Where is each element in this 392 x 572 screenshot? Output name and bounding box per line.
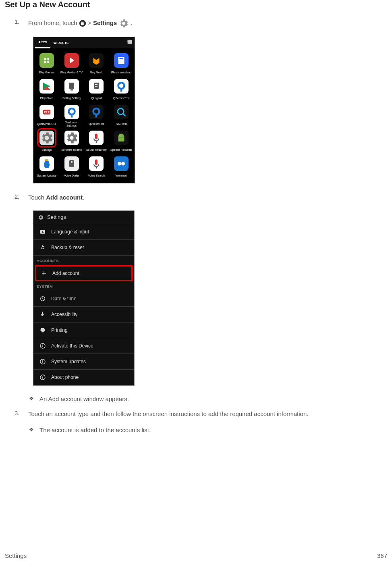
note-1: ❖ An Add account window appears. (29, 395, 387, 402)
app-play-music[interactable]: Play Music (85, 51, 109, 76)
app-label: Qualcomm DLT (37, 121, 57, 127)
app-label: Play Store (40, 95, 53, 102)
app-icon (114, 131, 129, 145)
plus-icon (40, 270, 48, 277)
app-grid: Play GamesPlay Movies & TVPlay MusicPlay… (33, 48, 135, 183)
app-play-movies-tv[interactable]: Play Movies & TV (60, 51, 84, 76)
app-qvtester-04[interactable]: QVTester 04 (85, 102, 109, 127)
app-icon (64, 53, 79, 68)
step-1-prefix: From home, touch (28, 19, 79, 26)
tab-apps[interactable]: APPS (35, 37, 50, 48)
diamond-bullet-icon: ❖ (29, 426, 39, 433)
tab-widgets[interactable]: WIDGETS (50, 37, 72, 48)
svg-point-3 (83, 22, 84, 23)
app-qlogcat[interactable]: QLogcat (85, 77, 109, 102)
svg-rect-36 (95, 134, 97, 139)
app-label: Voice Search (88, 173, 105, 179)
info-icon (39, 342, 46, 349)
screenshot-1: APPS WIDGETS Play GamesPlay Movies & TVP… (33, 37, 387, 183)
app-icon (39, 79, 54, 94)
app-label: Polling Setting (62, 95, 81, 102)
info-icon (39, 374, 46, 381)
app-play-newsstand[interactable]: Play Newsstand (109, 51, 133, 76)
row-language-input[interactable]: ALanguage & input (33, 224, 134, 240)
app-qsensortest[interactable]: QSensorTest (109, 77, 133, 102)
row-about-phone[interactable]: About phone (33, 370, 134, 385)
printer-icon (39, 327, 46, 334)
info-icon (39, 358, 46, 365)
app-speech-recorder[interactable]: Speech Recorder (109, 128, 133, 153)
app-icon (89, 79, 104, 94)
step-3: 3. Touch an account type and then follow… (15, 410, 387, 419)
app-saetest[interactable]: SAETest (109, 102, 133, 127)
app-icon (89, 156, 104, 171)
svg-rect-44 (95, 160, 97, 165)
row-label: Activate this Device (51, 343, 93, 349)
row-label: System updates (51, 359, 86, 364)
svg-point-47 (121, 162, 125, 166)
app-label: Play Games (39, 69, 54, 76)
step-3-text: Touch an account type and then follow th… (28, 410, 308, 419)
row-label: Printing (51, 327, 68, 333)
app-icon (64, 105, 79, 119)
hand-icon (39, 311, 46, 318)
row-date-time[interactable]: Date & time (33, 291, 134, 307)
svg-point-4 (81, 23, 82, 24)
settings-header-label: Settings (47, 214, 66, 220)
app-voicemail[interactable]: Voicemail (109, 154, 133, 179)
app-voice-dialer[interactable]: Voice Dialer (60, 154, 84, 179)
footer-right: 367 (377, 552, 387, 559)
app-icon (89, 131, 104, 145)
step-1: 1. From home, touch > Settings . (15, 18, 387, 29)
svg-point-8 (82, 24, 83, 25)
svg-rect-14 (118, 57, 124, 64)
app-play-games[interactable]: Play Games (35, 51, 59, 76)
app-icon: DLT (39, 105, 54, 119)
row-backup-reset[interactable]: Backup & reset (33, 240, 134, 256)
svg-rect-31 (114, 105, 129, 119)
app-label: Qualcomm Settings (60, 121, 84, 127)
app-voice-search[interactable]: Voice Search (85, 154, 109, 179)
svg-rect-18 (69, 83, 74, 89)
page-title: Set Up a New Account (5, 0, 387, 9)
shop-icon[interactable] (127, 39, 133, 47)
apps-icon (79, 20, 86, 27)
svg-text:DLT: DLT (44, 110, 50, 114)
step-1-mid: > (88, 19, 93, 26)
row-label: Accessibility (51, 312, 77, 317)
app-software-update[interactable]: Software update (60, 128, 84, 153)
note-text: An Add account window appears. (39, 395, 129, 402)
app-polling-setting[interactable]: Polling Setting (60, 77, 84, 102)
row-system-updates[interactable]: System updates (33, 354, 134, 370)
app-sound-recorder[interactable]: Sound Recorder (85, 128, 109, 153)
row-accessibility[interactable]: Accessibility (33, 307, 134, 322)
row-label: Backup & reset (51, 245, 84, 250)
row-activate-device[interactable]: Activate this Device (33, 338, 134, 354)
app-label: Play Movies & TV (60, 69, 83, 76)
app-icon (64, 156, 79, 171)
gear-icon (118, 18, 129, 29)
app-qualcomm-settings[interactable]: Qualcomm Settings (60, 102, 84, 127)
svg-rect-21 (94, 83, 99, 89)
svg-point-7 (81, 24, 82, 25)
app-system-update[interactable]: System Update (35, 154, 59, 179)
app-settings[interactable]: Settings (35, 128, 59, 153)
app-qualcomm-dlt[interactable]: DLTQualcomm DLT (35, 102, 59, 127)
row-label: Language & input (51, 229, 89, 235)
app-label: Software update (61, 147, 82, 153)
app-label: Play Music (89, 69, 103, 76)
svg-point-5 (82, 23, 83, 24)
app-icon (114, 156, 129, 171)
step-2-suffix: . (83, 194, 84, 201)
note-text: The account is added to the accounts lis… (39, 426, 151, 433)
row-label: About phone (51, 374, 79, 380)
step-2-prefix: Touch (28, 194, 46, 201)
row-add-account[interactable]: Add account (35, 265, 133, 281)
svg-point-46 (118, 162, 121, 166)
settings-header: Settings (33, 211, 134, 224)
app-label: SAETest (116, 121, 127, 127)
app-play-store[interactable]: Play Store (35, 77, 59, 102)
clock-icon (39, 295, 46, 302)
app-icon (114, 105, 129, 119)
row-printing[interactable]: Printing (33, 322, 134, 338)
